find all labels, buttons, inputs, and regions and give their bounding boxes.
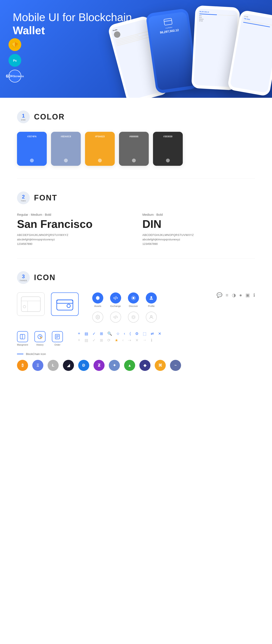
sketch-badge xyxy=(8,38,21,51)
svg-point-17 xyxy=(150,296,152,298)
coin-icon-4: Đ xyxy=(78,360,89,371)
settings-icon: ⚙ xyxy=(135,331,138,336)
icon-number-circle: 3 THREE xyxy=(17,271,30,284)
close-icon: ✕ xyxy=(158,331,161,336)
hero-section: Mobile UI for Blockchain Wallet UI Kit P… xyxy=(0,0,272,98)
grid-icon: ⊞ xyxy=(100,331,103,336)
discover-icon xyxy=(128,292,139,304)
star-icon: ☆ xyxy=(116,331,120,336)
check-icon: ✓ xyxy=(92,331,96,336)
order-icon xyxy=(52,331,63,342)
color-swatch: #666666 xyxy=(119,132,149,166)
grid-gray-icon: ⊞ xyxy=(100,338,103,342)
plus-icon: + xyxy=(78,331,80,336)
layers-icon: ≡ xyxy=(226,292,228,298)
color-swatch: #8DA0C8 xyxy=(51,132,81,166)
circle-icon: ● xyxy=(239,292,242,298)
refresh-gray-icon: ⟳ xyxy=(107,338,110,342)
color-dot xyxy=(166,158,170,162)
svg-point-18 xyxy=(97,316,98,318)
svg-point-14 xyxy=(97,297,98,299)
ps-badge: Ps xyxy=(8,54,21,67)
profile-outline-icon xyxy=(145,312,158,323)
profile-icon xyxy=(146,292,157,304)
forward-gray-icon: ⇢ xyxy=(128,338,131,342)
management-icon-item: Mangment xyxy=(17,331,28,346)
coin-icon-0: ₿ xyxy=(17,360,28,371)
svg-rect-6 xyxy=(164,20,172,22)
color-section-header: 1 ONE COLOR xyxy=(17,110,255,123)
font-san-francisco: Regular · Medium · Bold San Francisco AB… xyxy=(17,213,130,246)
font-section: 2 TWO FONT Regular · Medium · Bold San F… xyxy=(0,179,272,258)
blockchain-section: BlockChain Icon ₿ΞŁ◢ĐƵ✦▲◈⌘~ xyxy=(17,352,255,371)
coin-icon-1: Ξ xyxy=(32,360,43,371)
blockchain-label-row: BlockChain Icon xyxy=(17,352,255,356)
wallet-icon-solid xyxy=(51,292,78,316)
svg-point-21 xyxy=(150,316,152,317)
color-number-circle: 1 ONE xyxy=(17,110,30,123)
assets-icon xyxy=(92,292,103,304)
share-icon: ⟨ xyxy=(130,331,131,336)
color-dot xyxy=(30,158,34,162)
moon-icon: ◑ xyxy=(232,292,236,298)
wallet-icon-grid xyxy=(17,292,44,316)
phones-container: Profile myWallet $6,297,502.12 xyxy=(117,6,272,98)
coin-icon-9: ⌘ xyxy=(155,360,166,371)
color-section: 1 ONE COLOR #3574FA #8DA0C8 #F5A623 #666… xyxy=(0,98,272,178)
color-dot xyxy=(64,158,68,162)
color-swatch: #3574FA xyxy=(17,132,47,166)
svg-rect-7 xyxy=(21,297,40,312)
search-icon: 🔍 xyxy=(107,331,112,336)
info-icon: ℹ xyxy=(253,292,255,298)
management-icon xyxy=(17,331,28,342)
svg-rect-23 xyxy=(20,334,22,339)
chevron-gray-icon: ‹ xyxy=(122,338,124,342)
discover-icon-item: Discover xyxy=(127,292,140,307)
screens-badge: 60+ Screens xyxy=(8,70,21,82)
exchange-outline-icon xyxy=(109,312,122,323)
plus-gray-icon: + xyxy=(78,338,80,342)
order-icon-item: Order xyxy=(52,331,63,346)
exchange-icon-item: Exchange xyxy=(109,292,122,307)
color-dot xyxy=(98,158,102,162)
font-grid: Regular · Medium · Bold San Francisco AB… xyxy=(17,213,255,246)
chevron-left-icon: ‹ xyxy=(124,331,125,336)
font-din: Medium · Bold DIN ABCDEFGHIJKLMNOPQRSTUV… xyxy=(142,213,255,246)
svg-text:Ps: Ps xyxy=(13,59,16,62)
coin-icon-3: ◢ xyxy=(63,360,74,371)
exchange-icon xyxy=(110,292,121,304)
list-icon: ▤ xyxy=(84,331,88,336)
misc-icons-block: + ▤ ✓ ⊞ 🔍 ☆ ‹ ⟨ ⚙ ⬚ ⇌ ✕ + ▤ ✓ ⊞ ⟳ ★ xyxy=(78,331,161,342)
coin-icon-7: ▲ xyxy=(124,360,135,371)
coin-icon-5: Ƶ xyxy=(94,360,104,371)
blockchain-label: BlockChain Icon xyxy=(26,352,46,356)
color-dot xyxy=(132,158,136,162)
font-section-header: 2 TWO FONT xyxy=(17,192,255,204)
discover-outline-icon xyxy=(127,312,140,323)
info-gray-icon: ℹ xyxy=(151,338,152,342)
icon-section-header: 3 THREE ICON xyxy=(17,271,255,284)
svg-point-20 xyxy=(132,315,135,319)
color-swatch: #303030 xyxy=(153,132,183,166)
svg-point-19 xyxy=(132,316,134,318)
blockchain-line xyxy=(17,354,24,354)
history-icon xyxy=(34,331,46,342)
nav-icons-group: Assets Exchange Discover xyxy=(92,292,158,323)
color-section-title: COLOR xyxy=(34,112,65,121)
font-number-circle: 2 TWO xyxy=(17,192,30,204)
history-icon-item: History xyxy=(34,331,46,346)
close-gray-icon: ✕ xyxy=(135,338,138,342)
profile-icon-item: Profile xyxy=(145,292,158,307)
chat-icon: ▣ xyxy=(246,292,250,298)
coins-row: ₿ΞŁ◢ĐƵ✦▲◈⌘~ xyxy=(17,360,255,371)
color-swatches: #3574FA #8DA0C8 #F5A623 #666666 #303030 xyxy=(17,132,255,166)
misc-icons-column: 💬 ≡ ◑ ● ▣ ℹ xyxy=(216,292,255,302)
coin-icon-2: Ł xyxy=(48,360,59,371)
list-gray-icon: ▤ xyxy=(84,338,88,342)
coin-icon-6: ✦ xyxy=(109,360,120,371)
coin-icon-10: ~ xyxy=(170,360,181,371)
svg-rect-12 xyxy=(57,300,73,303)
hero-badges: Ps 60+ Screens xyxy=(8,38,21,82)
check-gray-icon: ✓ xyxy=(92,338,96,342)
svg-point-10 xyxy=(23,306,26,308)
